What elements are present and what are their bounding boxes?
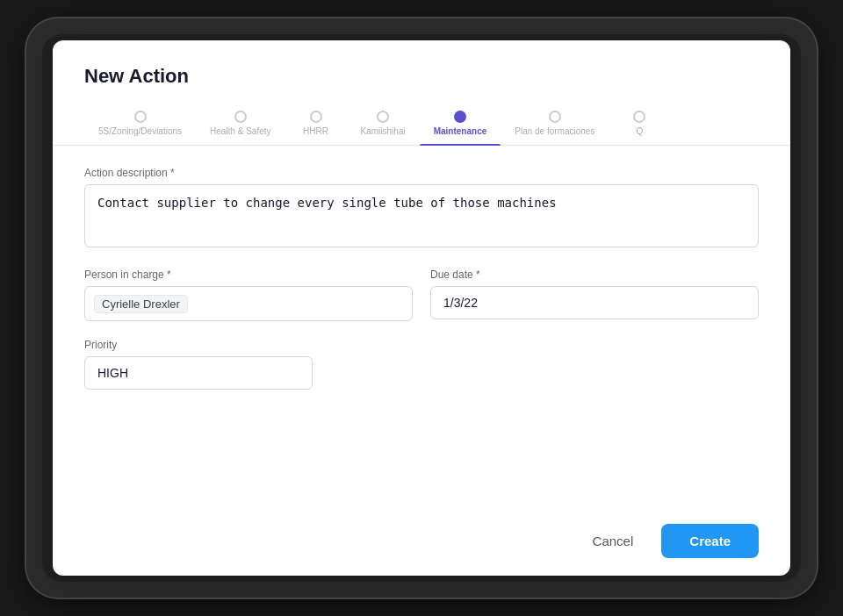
tab-label-q: Q — [637, 126, 644, 136]
person-in-charge-input[interactable]: Cyrielle Drexler — [84, 286, 413, 321]
due-date-label: Due date * — [430, 269, 759, 281]
priority-input[interactable] — [84, 356, 313, 390]
tab-dot-kamiishihai — [377, 111, 389, 123]
tab-maintenance[interactable]: Maintenance — [420, 104, 501, 145]
person-due-row: Person in charge * Cyrielle Drexler Due … — [84, 269, 759, 321]
tab-label-kamiishihai: Kamiishihai — [361, 126, 406, 136]
tab-dot-plan — [549, 111, 561, 123]
tab-label-maintenance: Maintenance — [434, 126, 487, 136]
create-button[interactable]: Create — [661, 524, 759, 558]
tab-label-hhrr: HHRR — [303, 126, 328, 136]
priority-group: Priority — [84, 339, 759, 390]
person-tag: Cyrielle Drexler — [94, 295, 188, 313]
tab-health[interactable]: Health & Safety — [196, 104, 285, 145]
tab-dot-hhrr — [310, 111, 322, 123]
tab-hhrr[interactable]: HHRR — [285, 104, 347, 145]
tab-plan[interactable]: Plan de formaciones — [501, 104, 609, 145]
tab-dot-health — [234, 111, 247, 123]
cancel-button[interactable]: Cancel — [577, 525, 650, 557]
modal-title: New Action — [84, 65, 759, 88]
tab-5s[interactable]: 5S/Zoning/Deviations — [84, 104, 196, 145]
person-in-charge-label: Person in charge * — [84, 269, 413, 281]
tab-label-health: Health & Safety — [210, 126, 270, 136]
tab-dot-5s — [134, 111, 147, 123]
modal-header: New Action — [53, 40, 790, 104]
tab-label-5s: 5S/Zoning/Deviations — [98, 126, 182, 136]
modal-body: Action description * Person in charge * … — [53, 146, 790, 512]
due-date-input[interactable] — [430, 286, 759, 319]
priority-label: Priority — [84, 339, 759, 351]
action-description-input[interactable] — [84, 184, 759, 247]
action-description-group: Action description * — [84, 167, 759, 251]
modal-background: New Action 5S/Zoning/Deviations Health &… — [42, 34, 801, 582]
due-date-group: Due date * — [430, 269, 759, 321]
tab-label-plan: Plan de formaciones — [515, 126, 594, 136]
modal-footer: Cancel Create — [53, 512, 790, 576]
tab-strip: 5S/Zoning/Deviations Health & Safety HHR… — [53, 104, 790, 146]
device-frame: New Action 5S/Zoning/Deviations Health &… — [26, 18, 817, 598]
tab-kamiishihai[interactable]: Kamiishihai — [347, 104, 420, 145]
modal-dialog: New Action 5S/Zoning/Deviations Health &… — [53, 40, 790, 576]
tab-dot-maintenance — [454, 111, 466, 123]
tab-q[interactable]: Q — [609, 104, 670, 145]
person-in-charge-group: Person in charge * Cyrielle Drexler — [84, 269, 413, 321]
tab-dot-q — [633, 111, 645, 123]
action-description-label: Action description * — [84, 167, 759, 179]
